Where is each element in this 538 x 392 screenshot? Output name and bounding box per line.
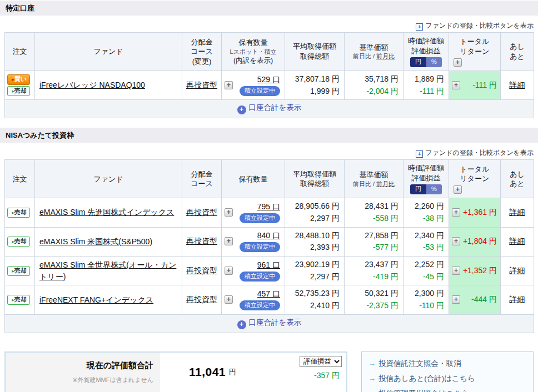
tsumitate-badge: 積立設定中 [240,300,280,310]
course-link[interactable]: 再投資型 [186,295,217,304]
bottom-section: 現在の評価額合計 ※外貨建MMFは含まれません 11,041 円 評価損益 -3… [4,351,534,392]
sell-button[interactable]: ▸売却 [7,86,30,96]
register-compare-row: +ファンドの登録・比較ボタンを表示 [4,21,534,31]
col-total-return: トータル リターン + [449,33,501,71]
qty-expand-button[interactable]: + [225,267,233,275]
col-avg: 平均取得価額 取得総額 [285,33,345,71]
account-total-link[interactable]: +口座合計を表示 [237,103,302,112]
qty-link[interactable]: 457 口 [257,289,280,298]
col-mval: 時価評価額 評価損益 円 % [404,160,449,198]
ashiato-total-link[interactable]: →投信あしあと(合計)はこちら [368,371,526,386]
yen-toggle-button[interactable]: 円 [410,57,426,67]
percent-toggle-button[interactable]: % [426,57,442,67]
pl-value: -45 円 [408,271,444,283]
detail-link[interactable]: 詳細 [510,81,525,89]
section-title-tokutei: 特定口座 [0,0,538,16]
col-total-return: トータル リターン + [449,160,501,198]
tr-expand-button[interactable]: + [452,267,460,275]
total-return-value: +1,361 円 [463,208,497,217]
col-fund: ファンド [35,33,182,71]
qty-expand-button[interactable]: + [225,295,233,304]
fund-link[interactable]: iFreeレバレッジ NASDAQ100 [39,81,145,89]
nav-change: -558 円 [349,213,398,225]
col-qty: 保有数量 [222,160,285,198]
tr-expand-button[interactable]: + [452,237,460,245]
plus-square-icon: + [416,23,423,31]
tr-expand-button[interactable]: + [452,208,460,217]
tr-expand-button[interactable]: + [452,81,460,89]
prev-month-link[interactable]: 前月比 [376,53,395,59]
fund-link[interactable]: eMAXIS Slim 全世界株式(オール・カントリー) [39,260,176,281]
tsumitate-badge: 積立設定中 [240,272,280,282]
avg-price: 37,807.18 円 [290,73,340,86]
account-total-link[interactable]: +口座合計を表示 [237,318,302,326]
total-return-expand-button[interactable]: + [454,185,462,194]
course-link[interactable]: 再投資型 [186,81,217,89]
plus-square-icon: + [416,150,423,158]
col-course: 分配金 コース [182,160,222,198]
total-return-value: -444 円 [471,295,497,304]
total-return-value: -111 円 [472,81,497,89]
acq-total: 2,297 円 [290,213,340,225]
table-row: ▸売却 eMAXIS Slim 先進国株式インデックス 再投資型 + 795 口… [5,198,534,227]
register-compare-link-nisa[interactable]: +ファンドの登録・比較ボタンを表示 [416,149,534,157]
market-value: 1,889 円 [408,73,444,86]
pl-mode-select[interactable]: 評価損益 [300,356,342,367]
pl-value: -53 円 [408,242,444,254]
col-order: 注文 [5,33,35,71]
nisa-footer-row: +口座合計を表示 [5,314,534,333]
order-inquiry-link[interactable]: →投資信託注文照会・取消 [368,356,526,371]
sell-button[interactable]: ▸売却 [7,266,30,276]
valuation-summary-panel: 現在の評価額合計 ※外貨建MMFは含まれません 11,041 円 評価損益 -3… [4,351,347,392]
nisa-header-row: 注文 ファンド 分配金 コース 保有数量 平均取得価額 取得総額 基準価額 前日… [5,160,534,198]
mmf-note: ※外貨建MMFは含まれません [72,376,153,384]
fund-link[interactable]: iFreeNEXT FANG+インデックス [39,295,153,304]
yen-toggle-button[interactable]: 円 [410,184,426,194]
tsumitate-badge: 積立設定中 [240,213,280,223]
qty-expand-button[interactable]: + [225,208,233,217]
quick-links-column: →投資信託注文照会・取消 →投信あしあと(合計)はこちら →投信管理費用照会はこ… [361,351,534,392]
nav-change: -419 円 [349,271,398,283]
market-value: 2,260 円 [408,200,444,213]
detail-link[interactable]: 詳細 [510,295,525,304]
prev-month-link[interactable]: 前月比 [376,180,395,187]
detail-link[interactable]: 詳細 [510,237,525,245]
nav-price: 23,437 円 [349,259,398,271]
total-return-expand-button[interactable]: + [454,58,462,67]
course-link[interactable]: 再投資型 [186,266,217,275]
course-link[interactable]: 再投資型 [186,237,217,245]
course-change-link[interactable]: (変更) [183,57,220,67]
percent-toggle-button[interactable]: % [426,184,442,194]
fund-link[interactable]: eMAXIS Slim 先進国株式インデックス [39,208,174,217]
nav-change: -577 円 [349,242,398,254]
detail-link[interactable]: 詳細 [510,208,525,217]
qty-link[interactable]: 529 口 [257,75,280,84]
sell-button[interactable]: ▸売却 [7,237,30,247]
detail-link[interactable]: 詳細 [510,266,525,275]
table-row: ▸買い ▸売却 iFreeレバレッジ NASDAQ100 再投資型 + 529 … [5,71,534,99]
yen-pct-toggle: 円 % [410,184,442,194]
qty-expand-button[interactable]: + [225,81,233,89]
management-fee-link[interactable]: →投信管理費用照会はこちら [368,386,526,392]
qty-expand-button[interactable]: + [225,237,233,245]
buy-button[interactable]: ▸買い [7,74,30,84]
qty-sub-label: Lスポット・積立 [223,48,283,56]
sell-button[interactable]: ▸売却 [7,295,30,305]
course-link[interactable]: 再投資型 [186,208,217,217]
qty-link[interactable]: 795 口 [257,202,280,211]
market-value: 2,340 円 [408,230,444,242]
tokutei-holdings-table: 注文 ファンド 分配金 コース (変更) 保有数量 Lスポット・積立 (内訳を表… [4,32,534,118]
qty-link[interactable]: 840 口 [257,231,280,240]
pl-value: -38 円 [408,213,444,225]
qty-breakdown-link[interactable]: (内訳を表示) [223,56,283,66]
arrow-right-icon: → [368,389,376,392]
register-compare-link[interactable]: +ファンドの登録・比較ボタンを表示 [416,22,534,29]
sell-button[interactable]: ▸売却 [7,208,30,218]
tr-expand-button[interactable]: + [452,295,460,304]
total-return-value: +1,804 円 [463,237,497,245]
col-qty: 保有数量 Lスポット・積立 (内訳を表示) [222,33,285,71]
section-title-nisa: NISAつみたて投資枠 [0,127,538,143]
valuation-total-label: 現在の評価額合計 [87,360,153,371]
qty-link[interactable]: 961 口 [257,260,280,269]
fund-link[interactable]: eMAXIS Slim 米国株式(S&P500) [39,237,152,246]
